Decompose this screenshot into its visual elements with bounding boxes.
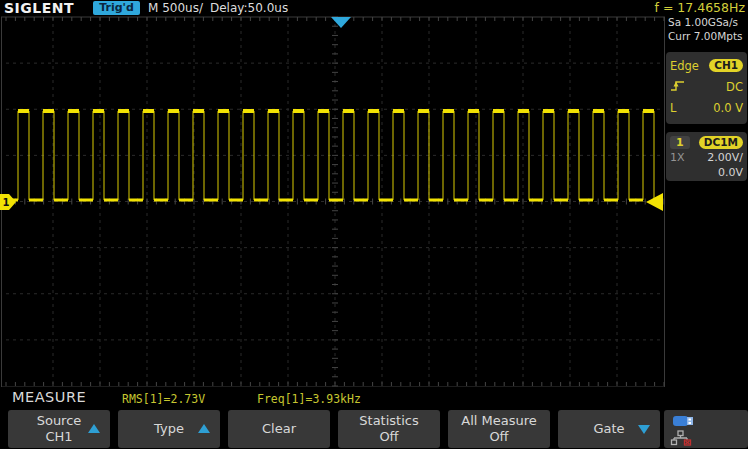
softkey-label: All Measure bbox=[461, 413, 537, 429]
channel1-level-marker-icon[interactable]: 1 bbox=[0, 194, 16, 210]
svg-text:1: 1 bbox=[3, 197, 10, 208]
softkey-value: CH1 bbox=[45, 429, 72, 445]
channel1-info-panel[interactable]: 1 DC1M 1X 2.00V/ 0.0V bbox=[666, 132, 747, 181]
softkey-all-measure-button[interactable]: All Measure Off bbox=[448, 410, 550, 448]
down-arrow-icon bbox=[638, 425, 650, 434]
trigger-level-value: 0.0 V bbox=[713, 101, 743, 115]
up-arrow-icon bbox=[88, 424, 100, 433]
timebase-readout[interactable]: M 500us/ bbox=[148, 1, 203, 15]
trigger-type-label: Edge bbox=[670, 59, 699, 73]
channel-offset-readout: 0.0V bbox=[718, 166, 743, 179]
softkey-type-button[interactable]: Type bbox=[118, 410, 220, 448]
softkey-label: Gate bbox=[593, 421, 624, 437]
softkey-value: Off bbox=[489, 429, 508, 445]
trigger-status-badge: Trig'd bbox=[93, 1, 140, 15]
softkey-label: Source bbox=[37, 413, 82, 429]
softkey-label: Type bbox=[154, 421, 184, 437]
top-status-bar: SIGLENT Trig'd M 500us/ Delay:50.0us f =… bbox=[0, 0, 748, 16]
channel-number-tab: 1 bbox=[670, 136, 690, 149]
softkey-clear-button[interactable]: Clear bbox=[228, 410, 330, 448]
softkey-gate-button[interactable]: Gate bbox=[558, 410, 660, 448]
trigger-delay-readout[interactable]: Delay:50.0us bbox=[210, 1, 288, 15]
waveform-display-area: 1 bbox=[0, 16, 665, 387]
siglent-logo: SIGLENT bbox=[4, 0, 74, 16]
active-menu-title: MEASURE bbox=[12, 389, 86, 405]
usb-icon bbox=[673, 416, 693, 426]
softkey-source-button[interactable]: Source CH1 bbox=[8, 410, 110, 448]
softkey-label: Clear bbox=[262, 421, 296, 437]
oscilloscope-screen: SIGLENT Trig'd M 500us/ Delay:50.0us f =… bbox=[0, 0, 748, 449]
right-sidebar: Sa 1.00GSa/s Curr 7.00Mpts Edge CH1 DC L… bbox=[665, 16, 748, 387]
io-status-panel bbox=[664, 410, 748, 448]
trigger-coupling-label: DC bbox=[726, 80, 743, 94]
lan-icon bbox=[672, 431, 691, 445]
measurement-status-bar: MEASURE RMS[1]=2.73V Freq[1]=3.93kHz bbox=[0, 387, 748, 408]
softkey-value: Off bbox=[379, 429, 398, 445]
probe-attenuation-label: 1X bbox=[670, 151, 685, 164]
volts-per-div-readout: 2.00V/ bbox=[707, 151, 743, 164]
sample-rate-readout: Sa 1.00GSa/s bbox=[665, 16, 748, 30]
trigger-info-panel[interactable]: Edge CH1 DC L 0.0 V bbox=[666, 52, 747, 124]
softkey-statistics-button[interactable]: Statistics Off bbox=[338, 410, 440, 448]
softkey-menu-bar: Source CH1 Type Clear Statistics Off All… bbox=[0, 408, 748, 449]
graticule: 1 bbox=[0, 16, 665, 387]
trigger-level-label: L bbox=[670, 101, 676, 115]
rising-edge-icon bbox=[670, 77, 686, 96]
trigger-source-badge: CH1 bbox=[709, 59, 743, 72]
channel-coupling-badge: DC1M bbox=[699, 136, 743, 149]
memory-depth-readout: Curr 7.00Mpts bbox=[665, 30, 748, 44]
frequency-counter: f = 17.4658Hz bbox=[655, 0, 745, 15]
up-arrow-icon bbox=[198, 424, 210, 433]
rms-measurement: RMS[1]=2.73V bbox=[122, 392, 205, 406]
softkey-label: Statistics bbox=[359, 413, 418, 429]
freq-measurement: Freq[1]=3.93kHz bbox=[257, 392, 361, 406]
